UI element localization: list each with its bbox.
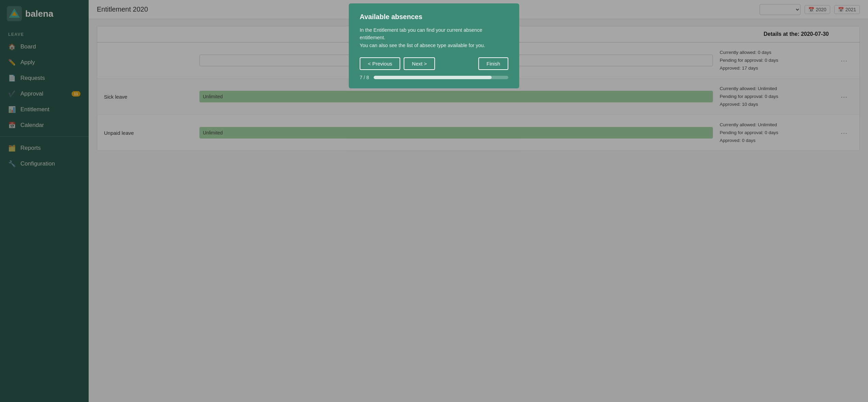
page-current: 7 — [360, 75, 362, 80]
modal-progress-bar — [374, 76, 508, 79]
modal-progress-fill — [374, 76, 491, 79]
modal-progress-row: 7 / 8 — [360, 75, 508, 80]
page-total: 8 — [366, 75, 369, 80]
finish-button[interactable]: Finish — [478, 57, 508, 70]
next-button[interactable]: Next > — [404, 57, 435, 70]
available-absences-modal: Available absences In the Entitlement ta… — [349, 3, 519, 88]
modal-body: In the Entitlement tab you can find your… — [360, 26, 508, 49]
main-content: Entitlement 2020 📅 2020 📅 2021 Details a… — [89, 0, 868, 402]
previous-button[interactable]: < Previous — [360, 57, 400, 70]
modal-actions: < Previous Next > Finish — [360, 57, 508, 70]
modal-title: Available absences — [360, 13, 508, 21]
modal-page-indicator: 7 / 8 — [360, 75, 369, 80]
modal-body-text: In the Entitlement tab you can find your… — [360, 27, 485, 48]
modal-overlay: Available absences In the Entitlement ta… — [89, 0, 868, 402]
